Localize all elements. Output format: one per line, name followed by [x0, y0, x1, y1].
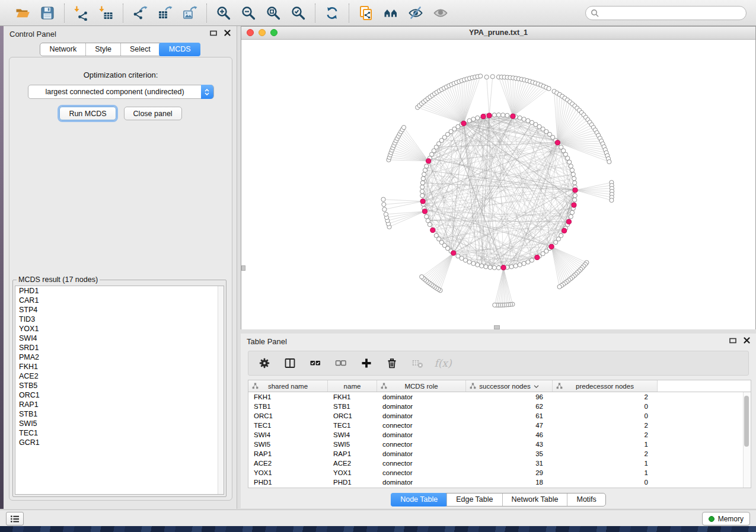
- network-node[interactable]: [381, 197, 385, 201]
- cell-successor-nodes[interactable]: 96: [466, 392, 553, 402]
- cell-name[interactable]: ORC1: [328, 411, 377, 421]
- cell-predecessor-nodes[interactable]: 1: [553, 440, 658, 449]
- network-node[interactable]: [526, 260, 530, 264]
- column-header-successor-nodes[interactable]: successor nodes: [466, 380, 553, 392]
- network-node[interactable]: [488, 265, 492, 270]
- network-node[interactable]: [572, 177, 576, 181]
- search-input[interactable]: [601, 7, 746, 19]
- mcds-hub-node[interactable]: [420, 199, 425, 204]
- network-node[interactable]: [496, 265, 500, 270]
- splitter-grip[interactable]: [494, 325, 500, 329]
- close-panel-icon[interactable]: [744, 337, 750, 344]
- column-header-shared-name[interactable]: shared name: [248, 380, 328, 392]
- mcds-result-node[interactable]: GCR1: [15, 438, 224, 447]
- cell-shared-name[interactable]: SWI4: [248, 430, 328, 440]
- cell-successor-nodes[interactable]: 62: [466, 402, 553, 411]
- mcds-result-node[interactable]: SWI4: [15, 334, 224, 343]
- tab-select[interactable]: Select: [120, 43, 160, 56]
- select-all-icon[interactable]: [309, 357, 322, 370]
- show-all-icon[interactable]: [432, 5, 449, 21]
- mcds-hub-node[interactable]: [549, 244, 554, 249]
- network-node[interactable]: [570, 168, 574, 172]
- tab-style[interactable]: Style: [85, 43, 120, 56]
- mcds-hub-node[interactable]: [566, 219, 571, 224]
- mcds-result-node[interactable]: STB5: [15, 381, 224, 390]
- network-node[interactable]: [422, 172, 426, 177]
- open-folder-icon[interactable]: [14, 5, 31, 21]
- network-node[interactable]: [467, 118, 471, 123]
- network-node[interactable]: [513, 264, 518, 268]
- network-node[interactable]: [570, 210, 574, 214]
- network-node[interactable]: [420, 185, 425, 189]
- cell-MCDS-role[interactable]: dominator: [377, 392, 466, 402]
- cell-name[interactable]: YOX1: [328, 468, 377, 477]
- table-row[interactable]: FKH1FKH1dominator962: [248, 392, 751, 402]
- network-node[interactable]: [490, 75, 495, 79]
- mcds-result-node[interactable]: CAR1: [15, 296, 224, 305]
- mcds-result-node[interactable]: SRD1: [15, 343, 224, 352]
- sort-chevron-icon[interactable]: [534, 383, 539, 390]
- zoom-fit-icon[interactable]: [265, 5, 282, 21]
- float-panel-icon[interactable]: [210, 30, 217, 36]
- table-row[interactable]: TEC1TEC1connector472: [248, 421, 751, 430]
- mcds-result-node[interactable]: PHD1: [15, 286, 224, 296]
- window-close-icon[interactable]: [247, 29, 254, 36]
- network-node[interactable]: [421, 177, 425, 181]
- mcds-result-node[interactable]: PMA2: [15, 352, 224, 362]
- cell-shared-name[interactable]: PHD1: [248, 477, 328, 487]
- scrollbar-thumb[interactable]: [744, 396, 749, 447]
- cell-name[interactable]: STB1: [328, 402, 377, 411]
- network-node[interactable]: [557, 285, 562, 289]
- hide-selected-icon[interactable]: [407, 5, 424, 21]
- network-node[interactable]: [420, 189, 424, 193]
- mcds-hub-node[interactable]: [511, 114, 515, 118]
- export-table-icon[interactable]: [157, 5, 173, 21]
- cell-shared-name[interactable]: RAP1: [248, 449, 328, 459]
- cell-predecessor-nodes[interactable]: 2: [553, 421, 658, 430]
- network-node[interactable]: [476, 262, 480, 267]
- cell-MCDS-role[interactable]: dominator: [377, 402, 466, 411]
- network-from-selection-icon[interactable]: [358, 5, 374, 21]
- mcds-hub-node[interactable]: [562, 228, 567, 233]
- network-node[interactable]: [518, 116, 522, 120]
- float-panel-icon[interactable]: [729, 338, 736, 344]
- delete-column-icon[interactable]: [385, 357, 398, 370]
- cell-successor-nodes[interactable]: 46: [466, 430, 553, 440]
- mcds-hub-node[interactable]: [573, 188, 578, 193]
- network-node[interactable]: [384, 212, 388, 216]
- mcds-result-node[interactable]: ACE2: [15, 371, 224, 381]
- memory-button[interactable]: Memory: [702, 512, 750, 525]
- result-list-scrollbar[interactable]: [218, 286, 224, 494]
- column-header-name[interactable]: name: [328, 380, 377, 392]
- table-row[interactable]: RAP1RAP1dominator352: [248, 449, 751, 459]
- mcds-result-node[interactable]: RAP1: [15, 400, 224, 409]
- mcds-hub-node[interactable]: [430, 227, 435, 232]
- cell-predecessor-nodes[interactable]: 2: [553, 449, 658, 459]
- column-header-MCDS-role[interactable]: MCDS role: [377, 380, 466, 392]
- cell-shared-name[interactable]: SWI5: [248, 440, 328, 449]
- cell-MCDS-role[interactable]: connector: [377, 468, 466, 477]
- zoom-selected-icon[interactable]: [290, 5, 307, 21]
- network-node[interactable]: [471, 117, 476, 121]
- optimization-criterion-select[interactable]: largest connected component (undirected): [28, 85, 214, 99]
- table-row[interactable]: STB1STB1dominator620: [248, 402, 751, 411]
- settings-gear-icon[interactable]: [258, 357, 271, 370]
- network-node[interactable]: [480, 264, 484, 268]
- zoom-out-icon[interactable]: [240, 5, 257, 21]
- network-node[interactable]: [426, 219, 430, 223]
- cell-MCDS-role[interactable]: dominator: [377, 430, 466, 440]
- network-node[interactable]: [420, 181, 425, 185]
- cell-MCDS-role[interactable]: connector: [377, 440, 466, 449]
- network-node[interactable]: [434, 233, 438, 238]
- network-node[interactable]: [573, 194, 577, 198]
- cell-MCDS-role[interactable]: dominator: [377, 477, 466, 487]
- table-tab-network-table[interactable]: Network Table: [502, 493, 567, 506]
- network-node[interactable]: [566, 156, 570, 160]
- mcds-result-node[interactable]: ORC1: [15, 390, 224, 400]
- network-node[interactable]: [567, 160, 572, 164]
- cell-predecessor-nodes[interactable]: 1: [553, 468, 658, 477]
- network-node[interactable]: [554, 240, 558, 244]
- zoom-in-icon[interactable]: [215, 5, 232, 21]
- cell-shared-name[interactable]: ACE2: [248, 459, 328, 468]
- import-table-icon[interactable]: [98, 5, 114, 21]
